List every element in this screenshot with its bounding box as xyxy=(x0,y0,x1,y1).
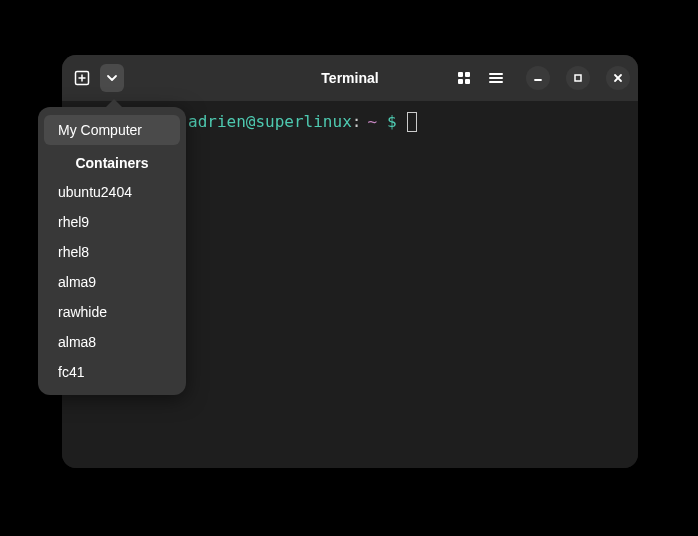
grid-icon xyxy=(456,70,472,86)
popover-section-heading: Containers xyxy=(38,145,186,177)
prompt-colon: : xyxy=(352,111,362,133)
popover-item-my-computer[interactable]: My Computer xyxy=(44,115,180,145)
popover-item-container[interactable]: alma9 xyxy=(44,267,180,297)
new-tab-dropdown-button[interactable] xyxy=(100,64,124,92)
prompt-symbol: $ xyxy=(387,111,397,133)
tabs-grid-button[interactable] xyxy=(450,64,478,92)
svg-rect-5 xyxy=(458,79,463,84)
svg-rect-6 xyxy=(465,79,470,84)
minimize-icon xyxy=(533,73,543,83)
popover-item-container[interactable]: rhel8 xyxy=(44,237,180,267)
maximize-button[interactable] xyxy=(566,66,590,90)
svg-rect-4 xyxy=(465,72,470,77)
popover-item-container[interactable]: fc41 xyxy=(44,357,180,387)
close-icon xyxy=(613,73,623,83)
prompt-path: ~ xyxy=(367,111,377,133)
new-tab-button[interactable] xyxy=(70,64,94,92)
minimize-button[interactable] xyxy=(526,66,550,90)
maximize-icon xyxy=(573,73,583,83)
popover-item-container[interactable]: rawhide xyxy=(44,297,180,327)
hamburger-icon xyxy=(488,70,504,86)
new-tab-popover: My Computer Containers ubuntu2404 rhel9 … xyxy=(38,107,186,395)
popover-item-container[interactable]: alma8 xyxy=(44,327,180,357)
headerbar: Terminal xyxy=(62,55,638,101)
chevron-down-icon xyxy=(106,72,118,84)
terminal-cursor xyxy=(407,112,417,132)
popover-item-container[interactable]: ubuntu2404 xyxy=(44,177,180,207)
plus-box-icon xyxy=(74,70,90,86)
svg-rect-3 xyxy=(458,72,463,77)
window-title: Terminal xyxy=(321,70,378,86)
close-button[interactable] xyxy=(606,66,630,90)
menu-button[interactable] xyxy=(482,64,510,92)
popover-item-container[interactable]: rhel9 xyxy=(44,207,180,237)
prompt-user-host: adrien@superlinux xyxy=(188,111,352,133)
svg-rect-11 xyxy=(575,75,581,81)
